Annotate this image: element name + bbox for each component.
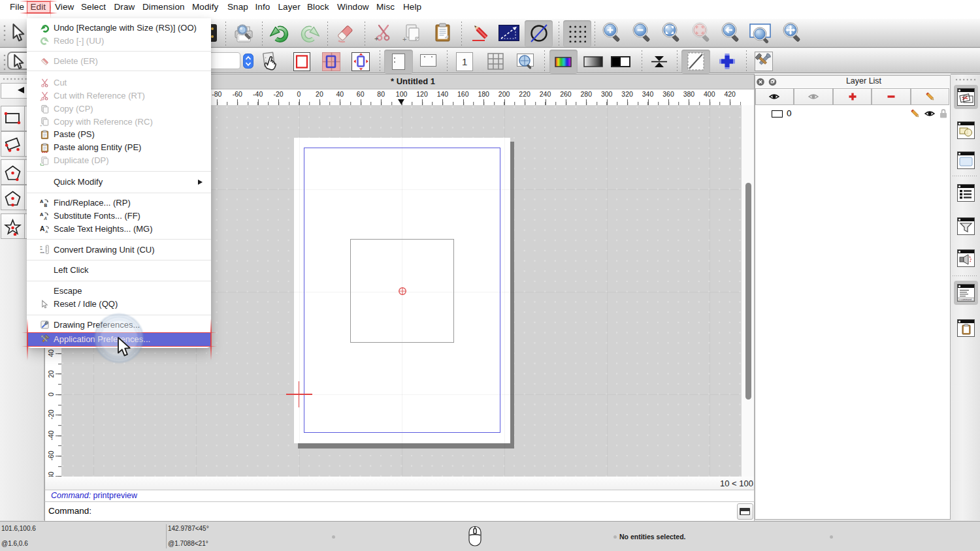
svg-text:A: A [40,212,44,217]
svg-text:1: 1 [462,56,467,67]
svg-text:+: + [40,123,42,127]
svg-text:A: A [40,198,44,204]
svg-text:+: + [402,35,406,43]
svg-text:A: A [45,230,48,234]
svg-text:+: + [374,35,378,42]
svg-text:A: A [40,225,45,232]
svg-text:+: + [40,97,42,101]
svg-text:> command: > command [959,298,972,301]
svg-text:mm: mm [40,251,44,254]
svg-text:A: A [44,216,48,221]
svg-text:B: B [44,203,48,208]
